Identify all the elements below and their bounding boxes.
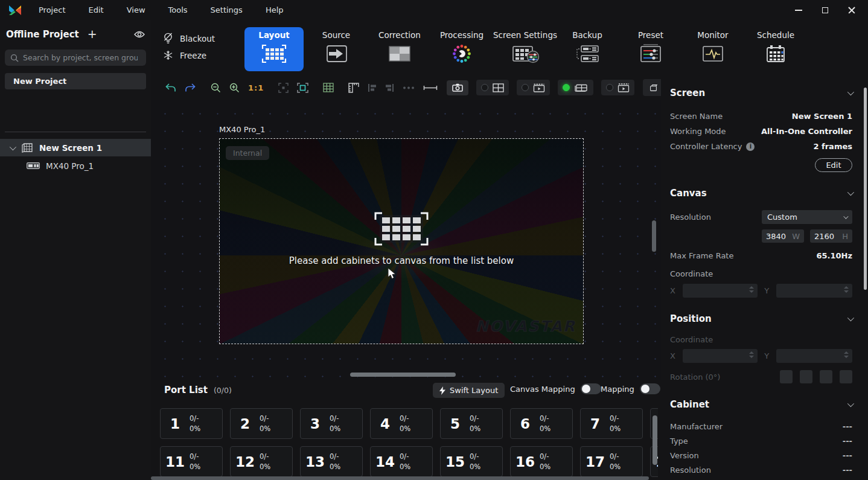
- tab-backup[interactable]: Backup: [558, 27, 617, 71]
- canvas-mapping-toggle[interactable]: [581, 383, 601, 394]
- tab-monitor[interactable]: Monitor: [683, 27, 742, 71]
- tab-processing[interactable]: Processing: [432, 27, 491, 71]
- port-card[interactable]: 11 0/- 0%: [160, 446, 223, 477]
- port-card[interactable]: 6 0/- 0%: [510, 408, 573, 439]
- menu-project[interactable]: Project: [33, 3, 71, 17]
- window-vertical-scrollbar[interactable]: [864, 88, 867, 290]
- zoom-ratio-button[interactable]: 1:1: [244, 80, 268, 95]
- fit-to-screen-button[interactable]: [293, 80, 313, 95]
- close-button[interactable]: [843, 2, 861, 18]
- canvas-horizontal-scrollbar[interactable]: [350, 373, 456, 377]
- chevron-down-icon[interactable]: [10, 143, 16, 150]
- blackout-button[interactable]: Blackout: [163, 33, 215, 44]
- info-icon[interactable]: i: [746, 142, 755, 151]
- redo-button[interactable]: [180, 80, 200, 95]
- cabinet-section-header[interactable]: Cabinet: [670, 399, 852, 410]
- undo-button[interactable]: [161, 80, 180, 95]
- align-right-button[interactable]: [381, 80, 398, 95]
- minimize-button[interactable]: [790, 2, 808, 18]
- port-load: 0/-: [190, 414, 200, 423]
- port-card[interactable]: 2 0/- 0%: [230, 408, 293, 439]
- screenshot-button[interactable]: [447, 80, 468, 95]
- cabinet-view-toggle[interactable]: [476, 80, 509, 95]
- menu-help[interactable]: Help: [260, 3, 290, 17]
- menu-settings[interactable]: Settings: [205, 3, 249, 17]
- search-input[interactable]: [23, 53, 138, 62]
- port-number: 7: [581, 416, 610, 432]
- grid-toggle-button[interactable]: [319, 80, 338, 95]
- tree-item-screen[interactable]: New Screen 1: [0, 139, 151, 156]
- port-card[interactable]: 13 0/- 0%: [300, 446, 363, 477]
- screen-canvas[interactable]: Internal Please add cabinets to canvas f…: [219, 138, 584, 344]
- tab-preset[interactable]: Preset: [621, 27, 680, 71]
- ruler-button[interactable]: [344, 80, 363, 95]
- swift-layout-button[interactable]: Swift Layout: [433, 383, 505, 398]
- align-left-button[interactable]: [363, 80, 381, 95]
- port-number: 14: [371, 454, 400, 470]
- tab-layout[interactable]: Layout: [244, 27, 304, 71]
- port-card[interactable]: 5 0/- 0%: [440, 408, 503, 439]
- port-list-vertical-scrollbar[interactable]: [653, 415, 657, 465]
- tree-item-device[interactable]: MX40 Pro_1: [0, 157, 151, 174]
- port-load: 0/-: [540, 452, 550, 461]
- tree-screen-label: New Screen 1: [39, 143, 102, 153]
- zoom-in-button[interactable]: [225, 80, 244, 95]
- source-preview-toggle[interactable]: [517, 80, 550, 95]
- port-card[interactable]: 4 0/- 0%: [370, 408, 433, 439]
- port-card[interactable]: 1 0/- 0%: [160, 408, 223, 439]
- maximize-button[interactable]: [816, 2, 834, 18]
- tab-schedule[interactable]: Schedule: [746, 27, 805, 71]
- port-card[interactable]: 17 0/- 0%: [580, 446, 643, 477]
- mouse-cursor: [388, 267, 396, 280]
- screen-section-header[interactable]: Screen: [670, 88, 852, 98]
- tab-screen-settings[interactable]: Screen Settings: [493, 27, 558, 71]
- canvas-vertical-scrollbar[interactable]: [652, 220, 656, 252]
- port-usage: 0%: [540, 462, 550, 471]
- port-card[interactable]: 12 0/- 0%: [230, 446, 293, 477]
- port-card[interactable]: 14 0/- 0%: [370, 446, 433, 477]
- lightning-icon: [439, 386, 445, 395]
- canvas-width-input[interactable]: 3840 W: [762, 229, 804, 243]
- edit-button[interactable]: Edit: [815, 158, 852, 172]
- canvas-workspace[interactable]: MX40 Pro_1 Internal Please add cabinet: [151, 100, 661, 380]
- spacing-button[interactable]: [419, 80, 442, 95]
- more-align-options-button[interactable]: [398, 80, 419, 95]
- position-x-spinner: [683, 349, 758, 363]
- port-card[interactable]: 15 0/- 0%: [440, 446, 503, 477]
- cabinet-info-value: ---: [843, 466, 852, 475]
- chevron-down-icon: [843, 214, 848, 219]
- port-card[interactable]: 3 0/- 0%: [300, 408, 363, 439]
- eye-icon[interactable]: [134, 30, 145, 39]
- correction-icon: [386, 43, 413, 64]
- sidebar-item-new-project[interactable]: New Project: [5, 73, 146, 89]
- port-load: 0/-: [400, 414, 410, 423]
- port-card[interactable]: 7 0/- 0%: [580, 408, 643, 439]
- mapping-toggle[interactable]: [640, 383, 660, 394]
- canvas-section-header[interactable]: Canvas: [670, 188, 852, 199]
- zoom-out-button[interactable]: [206, 80, 225, 95]
- canvas-height-input[interactable]: 2160 H: [810, 229, 852, 243]
- tab-source[interactable]: Source: [307, 27, 366, 71]
- add-project-button[interactable]: +: [88, 28, 97, 40]
- pages-icon: [649, 83, 658, 92]
- freeze-button[interactable]: Freeze: [163, 50, 206, 60]
- port-usage: 0%: [260, 462, 270, 471]
- position-section-header[interactable]: Position: [670, 313, 852, 324]
- cabinet-screen-toggle[interactable]: [558, 80, 593, 95]
- search-box[interactable]: [5, 50, 146, 66]
- resolution-select[interactable]: Custom: [762, 210, 852, 224]
- screen-icon: [22, 142, 33, 153]
- novastar-watermark: NOVASTAR: [476, 318, 576, 335]
- menu-tools[interactable]: Tools: [162, 3, 194, 17]
- collapse-view-icon[interactable]: [274, 80, 293, 95]
- menu-edit[interactable]: Edit: [82, 3, 109, 17]
- port-load: 0/-: [260, 414, 270, 423]
- screen-preview-toggle[interactable]: [601, 80, 634, 95]
- menu-view[interactable]: View: [121, 3, 152, 17]
- port-load: 0/-: [610, 414, 621, 423]
- cabinet-info-value: ---: [843, 451, 852, 460]
- tab-correction[interactable]: Correction: [370, 27, 429, 71]
- port-number: 1: [161, 416, 190, 432]
- port-list-horizontal-scrollbar[interactable]: [151, 476, 649, 480]
- port-card[interactable]: 16 0/- 0%: [510, 446, 573, 477]
